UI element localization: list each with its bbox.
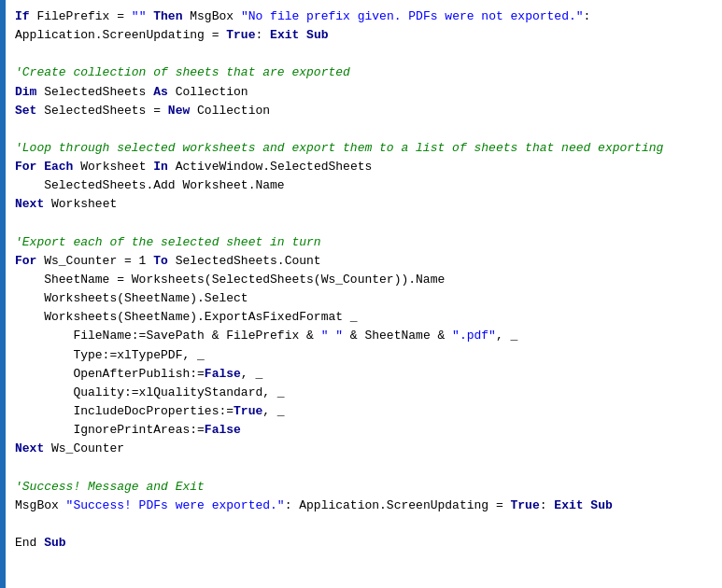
normal-token: : [584,9,591,23]
normal-token: SelectedSheets.Add Worksheet.Name [15,178,285,192]
normal-token: Worksheet [73,160,153,174]
normal-token: End [15,536,44,550]
normal-token: , _ [496,329,517,343]
normal-token: Application.ScreenUpdating = [15,28,226,42]
empty-line [15,215,713,233]
kw-token: As [153,85,168,99]
normal-token: : [540,498,555,512]
normal-token: FileName:=SavePath & FilePrefix & [15,329,321,343]
normal-token: SelectedSheets [36,85,153,99]
kw-token: Then [153,9,182,23]
code-line: End Sub [15,534,713,553]
empty-line [15,458,713,477]
normal-token: Worksheet [44,197,117,211]
code-line: Type:=xlTypePDF, _ [15,346,713,365]
kw-token: Next [15,197,44,211]
code-line: 'Success! Message and Exit [15,478,713,497]
str-token: "Success! PDFs were exported." [66,498,285,512]
normal-token: Ws_Counter [44,441,124,455]
code-line: Worksheets(SheetName).Select [15,289,713,308]
code-line: FileName:=SavePath & FilePrefix & " " & … [15,327,713,345]
str-token: " " [321,329,343,343]
code-line: Set SelectedSheets = New Collection [15,102,713,120]
kw-token: Dim [15,85,36,99]
code-line: 'Create collection of sheets that are ex… [15,63,713,82]
code-content[interactable]: If FilePrefix = "" Then MsgBox "No file … [6,0,722,588]
kw-token: Sub [44,536,65,550]
code-line: IncludeDocProperties:=True, _ [15,402,713,421]
normal-token: Collection [190,104,270,118]
normal-token: : [255,28,270,42]
empty-line [15,45,713,63]
kw-token: True [234,404,262,418]
kw-token: Set [15,104,36,118]
normal-token: , _ [241,367,262,381]
code-line: Application.ScreenUpdating = True: Exit … [15,26,713,45]
normal-token: Type:=xlTypePDF, _ [15,348,205,362]
comment-token: 'Export each of the selected sheet in tu… [15,235,321,249]
code-line: IgnorePrintAreas:=False [15,421,713,440]
str-token: "" [132,9,147,23]
code-line: Quality:=xlQualityStandard, _ [15,384,713,402]
normal-token: Collection [168,85,248,99]
normal-token: IgnorePrintAreas:= [15,423,205,437]
kw-token: False [205,367,241,381]
kw-token: False [205,423,241,437]
str-token: ".pdf" [452,329,496,343]
comment-token: 'Loop through selected worksheets and ex… [15,141,663,155]
code-line: Worksheets(SheetName).ExportAsFixedForma… [15,308,713,327]
normal-token: Worksheets(SheetName).Select [15,291,248,305]
normal-token: SelectedSheets.Count [168,254,321,268]
normal-token: MsgBox [15,498,66,512]
code-line: For Ws_Counter = 1 To SelectedSheets.Cou… [15,252,713,271]
normal-token: IncludeDocProperties:= [15,404,234,418]
code-line: Dim SelectedSheets As Collection [15,83,713,102]
kw-token: True [226,28,255,42]
kw-token: New [168,104,190,118]
normal-token: : Application.ScreenUpdating = [285,498,511,512]
normal-token: SelectedSheets = [36,104,167,118]
empty-line [15,515,713,534]
normal-token: Worksheets(SheetName).ExportAsFixedForma… [15,310,358,324]
code-line: OpenAfterPublish:=False, _ [15,365,713,384]
code-line: SheetName = Worksheets(SelectedSheets(Ws… [15,271,713,289]
normal-token: FilePrefix = [30,9,132,23]
kw-token: Exit Sub [270,28,328,42]
empty-line [15,120,713,139]
code-line: SelectedSheets.Add Worksheet.Name [15,176,713,195]
code-line: For Each Worksheet In ActiveWindow.Selec… [15,158,713,176]
normal-token: Ws_Counter = 1 [36,254,153,268]
code-line: 'Loop through selected worksheets and ex… [15,139,713,158]
kw-token: Next [15,441,44,455]
normal-token: , _ [262,404,284,418]
normal-token: MsgBox [182,9,240,23]
comment-token: 'Success! Message and Exit [15,480,205,494]
kw-token: If [15,9,30,23]
kw-token: For Each [15,160,73,174]
normal-token: SheetName = Worksheets(SelectedSheets(Ws… [15,273,445,287]
code-line: If FilePrefix = "" Then MsgBox "No file … [15,7,713,26]
comment-token: 'Create collection of sheets that are ex… [15,65,350,79]
kw-token: For [15,254,36,268]
str-token: "No file prefix given. PDFs were not exp… [241,9,584,23]
code-line: 'Export each of the selected sheet in tu… [15,233,713,252]
normal-token: Quality:=xlQualityStandard, _ [15,385,285,399]
kw-token: In [153,160,168,174]
code-line: Next Ws_Counter [15,440,713,458]
normal-token: ActiveWindow.SelectedSheets [168,160,372,174]
kw-token: True [511,498,540,512]
normal-token: OpenAfterPublish:= [15,367,205,381]
kw-token: To [153,254,168,268]
normal-token: & SheetName & [343,329,452,343]
code-line: Next Worksheet [15,195,713,214]
kw-token: Exit Sub [554,498,612,512]
code-line: MsgBox "Success! PDFs were exported.": A… [15,497,713,515]
code-container: If FilePrefix = "" Then MsgBox "No file … [0,0,722,588]
